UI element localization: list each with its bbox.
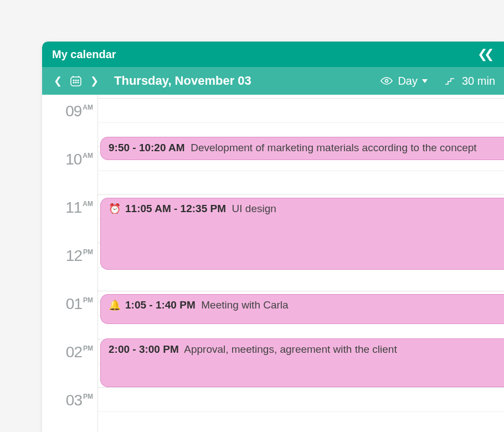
hour-ampm: PM [83, 393, 93, 400]
step-icon [443, 74, 456, 88]
event-reminder-icon: ⏰ [109, 202, 121, 215]
svg-point-4 [73, 82, 74, 83]
eye-icon [380, 74, 393, 88]
event-text: 9:50 - 10:20 AM Development of marketing… [109, 141, 477, 155]
hour-ampm: AM [83, 104, 93, 111]
hour-label: 10AM [65, 151, 93, 168]
hour-label: 01PM [66, 295, 93, 313]
hour-label: 11AM [65, 199, 93, 217]
event-text: 2:00 - 3:00 PM Approval, meetings, agree… [109, 342, 397, 357]
hour-number: 12 [66, 247, 82, 265]
event-text: 1:05 - 1:40 PM Meeting with Carla [125, 298, 289, 312]
gridline-hour [98, 98, 504, 99]
event-title: Development of marketing materials accor… [191, 142, 476, 153]
calendar-body: 09AM10AM11AM12PM01PM02PM03PM 9:50 - 10:2… [42, 95, 504, 432]
event-time: 2:00 - 3:00 PM [109, 343, 179, 355]
calendar-app: My calendar ❮❮ ❮ ❯ Thursday, November 03 [42, 42, 504, 432]
time-gutter: 09AM10AM11AM12PM01PM02PM03PM [42, 95, 97, 432]
caret-down-icon [422, 79, 428, 83]
svg-point-3 [78, 80, 79, 81]
app-title: My calendar [52, 48, 116, 61]
event-title: Approval, meetings, agreement with the c… [184, 343, 397, 355]
hour-ampm: PM [83, 296, 93, 304]
svg-rect-0 [71, 77, 81, 86]
event-time: 11:05 AM - 12:35 PM [125, 203, 226, 214]
svg-point-1 [73, 80, 74, 81]
current-date: Thursday, November 03 [114, 74, 251, 88]
svg-point-5 [75, 82, 76, 83]
hour-label: 09AM [65, 102, 93, 120]
hour-number: 10 [65, 151, 81, 168]
svg-point-9 [385, 80, 388, 83]
calendar-grid[interactable]: 9:50 - 10:20 AM Development of marketing… [97, 95, 504, 432]
collapse-panel-button[interactable]: ❮❮ [477, 47, 494, 61]
toolbar: ❮ ❯ Thursday, November 03 [42, 67, 504, 95]
calendar-icon[interactable] [69, 74, 83, 88]
interval-label: 30 min [462, 75, 495, 88]
hour-label: 02PM [66, 343, 93, 361]
svg-point-2 [75, 80, 76, 81]
event-time: 9:50 - 10:20 AM [109, 142, 185, 153]
hour-ampm: PM [83, 344, 93, 352]
hour-number: 03 [66, 392, 82, 409]
gridline-half [98, 171, 504, 171]
view-label: Day [398, 75, 418, 88]
gridline-hour [98, 291, 504, 291]
svg-point-6 [78, 82, 79, 83]
view-picker[interactable]: Day [380, 74, 428, 88]
calendar-event[interactable]: ⏰11:05 AM - 12:35 PM UI design [100, 198, 504, 270]
gridline-hour [98, 194, 504, 195]
hour-label: 03PM [66, 392, 93, 409]
event-title: UI design [232, 203, 276, 214]
hour-ampm: AM [83, 152, 93, 160]
event-reminder-icon: 🔔 [109, 299, 121, 312]
event-time: 1:05 - 1:40 PM [125, 299, 196, 311]
event-text: 11:05 AM - 12:35 PM UI design [125, 202, 276, 216]
hour-number: 11 [65, 199, 81, 217]
hour-label: 12PM [66, 247, 93, 265]
calendar-event[interactable]: 🔔1:05 - 1:40 PM Meeting with Carla [100, 294, 504, 324]
gridline-half [98, 122, 504, 123]
prev-day-button[interactable]: ❮ [51, 74, 64, 88]
calendar-event[interactable]: 2:00 - 3:00 PM Approval, meetings, agree… [100, 338, 504, 387]
hour-number: 01 [66, 295, 82, 313]
event-title: Meeting with Carla [201, 299, 288, 311]
hour-ampm: AM [83, 200, 93, 208]
hour-ampm: PM [83, 248, 93, 256]
interval-picker[interactable]: 30 min [443, 74, 495, 88]
hour-number: 02 [66, 343, 82, 361]
gridline-half [98, 412, 504, 412]
calendar-event[interactable]: 9:50 - 10:20 AM Development of marketing… [100, 137, 504, 160]
next-day-button[interactable]: ❯ [88, 74, 101, 88]
hour-number: 09 [65, 102, 81, 120]
gridline-hour [98, 387, 504, 388]
header-bar: My calendar ❮❮ [42, 42, 504, 67]
